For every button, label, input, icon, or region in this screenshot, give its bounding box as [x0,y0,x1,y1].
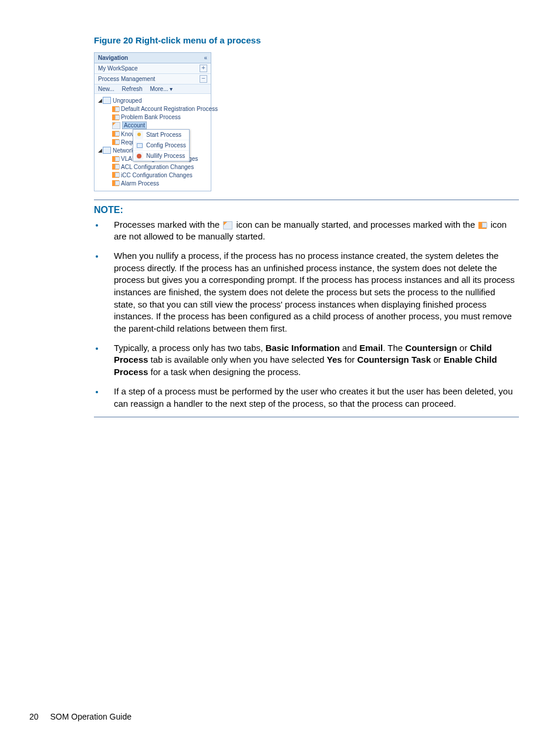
figure-caption: Figure 20 Right-click menu of a process [94,35,519,45]
process-locked-icon [112,114,119,120]
process-locked-icon [112,172,119,178]
ctx-label: Start Process [146,131,181,138]
nullify-icon [135,152,143,160]
tree-item-label: Account [122,121,147,129]
workspace-label: My WorkSpace [98,65,138,72]
note-item: Typically, a process only has two tabs, … [104,342,519,379]
ctx-label: Config Process [146,142,186,148]
note-text: If a step of a process must be performed… [114,386,513,409]
note-bold: Yes [327,355,342,364]
tree-group-ungrouped[interactable]: ◢Ungrouped [97,96,208,104]
page: Figure 20 Right-click menu of a process … [0,0,560,746]
config-icon [135,141,143,150]
process-startable-icon [112,122,120,129]
note-heading: NOTE: [94,205,519,215]
tree-item-label: iCC Configuration Changes [121,172,193,178]
tree-item-label: Alarm Process [121,180,159,187]
page-footer: 20 SOM Operation Guide [29,712,131,721]
content: Figure 20 Right-click menu of a process … [94,35,519,417]
toolbar-more[interactable]: More... ▾ [150,86,173,92]
process-locked-icon [112,180,119,186]
nav-toolbar: New... Refresh More... ▾ [95,85,211,94]
tree-item[interactable]: Problem Bank Process [97,113,208,121]
folder-icon [103,147,111,154]
note-item: When you nullify a process, if the proce… [104,250,519,335]
note-bold: Email [359,343,383,353]
tree-item-selected[interactable]: Account [97,121,208,130]
context-menu: Start Process Config Process Nullify Pro… [133,129,190,161]
tree-item[interactable]: Default Account Registration Process [97,104,208,113]
expand-icon[interactable]: + [200,65,207,72]
ctx-label: Nullify Process [146,153,185,159]
note-bold: Countersign Task [357,355,431,364]
process-startable-icon [223,221,232,229]
ctx-nullify-process[interactable]: Nullify Process [133,151,189,161]
group-label: Network [113,147,134,154]
pm-label: Process Management [98,76,155,82]
nav-row-process-management[interactable]: Process Management − [95,74,211,85]
collapse-icon[interactable]: − [200,75,207,83]
process-locked-icon [112,156,119,162]
toolbar-new[interactable]: New... [98,86,114,92]
note-bold: Countersign [405,343,457,353]
tree-item[interactable]: iCC Configuration Changes [97,171,208,179]
tree-item[interactable]: ACL Configuration Changes [97,163,208,171]
folder-icon [103,97,111,104]
note-text: or [457,343,470,353]
note-bold: Basic Information [265,343,340,353]
process-locked-icon [112,106,119,112]
process-locked-icon [112,139,119,145]
toolbar-refresh[interactable]: Refresh [122,86,143,92]
group-label: Ungrouped [113,97,141,104]
ctx-start-process[interactable]: Start Process [133,130,189,140]
tree-item-label: ACL Configuration Changes [121,164,194,170]
ctx-config-process[interactable]: Config Process [133,140,189,151]
process-locked-icon [478,222,487,229]
tree-item[interactable]: Alarm Process [97,179,208,187]
page-number: 20 [29,712,39,721]
navigation-panel: Navigation « My WorkSpace + Process Mana… [94,52,211,191]
separator [94,200,519,200]
tree-item-label: Problem Bank Process [121,114,181,120]
process-locked-icon [112,131,119,137]
note-text: Typically, a process only has two tabs, [114,343,265,353]
note-item: If a step of a process must be performed… [104,386,519,410]
note-text: When you nullify a process, if the proce… [114,251,515,333]
navigation-title: Navigation [98,55,128,61]
process-tree: ◢Ungrouped Default Account Registration … [95,94,211,191]
collapse-icon[interactable]: « [204,55,207,61]
note-text: . The [383,343,405,353]
note-text: for [342,355,357,364]
note-text: or [431,355,444,364]
note-item: Processes marked with the icon can be ma… [104,219,519,243]
process-locked-icon [112,164,119,170]
note-text: tab is available only when you have sele… [148,355,326,364]
note-text: icon can be manually started, and proces… [236,220,477,229]
footer-title: SOM Operation Guide [50,712,131,721]
navigation-header: Navigation « [95,53,211,63]
note-text: for a task when designing the process. [148,367,301,377]
start-icon [135,131,143,139]
note-list: Processes marked with the icon can be ma… [104,219,519,410]
note-text: Processes marked with the [114,220,222,229]
note-text: and [340,343,359,353]
separator [94,417,519,417]
tree-item-label: Default Account Registration Process [121,106,218,112]
nav-row-workspace[interactable]: My WorkSpace + [95,63,211,74]
